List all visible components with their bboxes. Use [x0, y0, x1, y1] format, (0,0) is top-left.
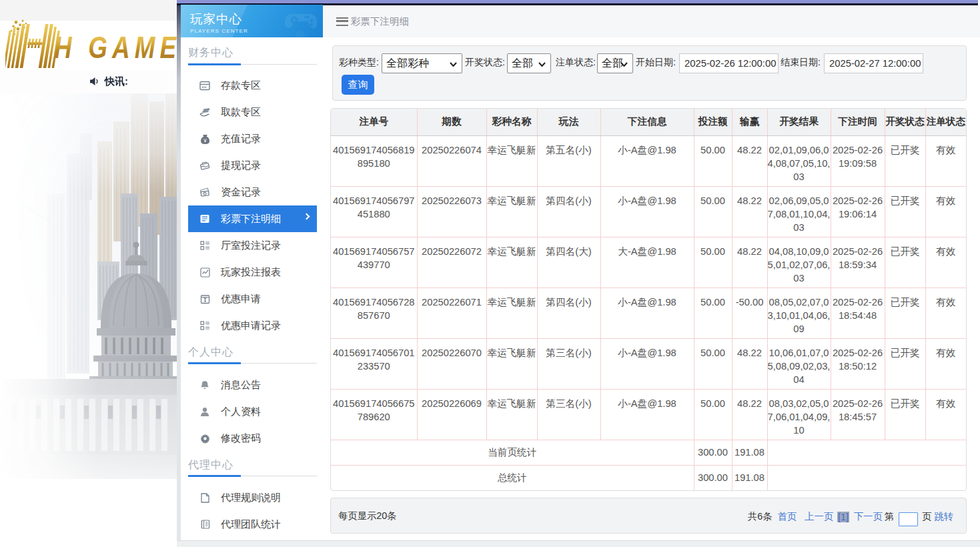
svg-text:H GAME: H GAME — [54, 30, 177, 65]
